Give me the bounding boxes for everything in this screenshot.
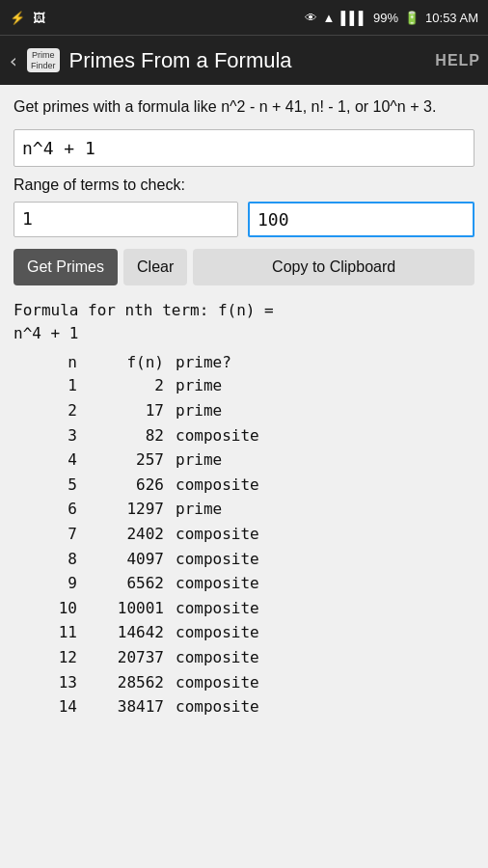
header-prime: prime? (168, 353, 474, 371)
table-row: 7 2402 composite (14, 522, 474, 547)
table-row: 12 20737 composite (14, 645, 474, 670)
cell-n: 9 (14, 571, 81, 596)
cell-prime: composite (168, 571, 474, 596)
cell-n: 14 (14, 694, 81, 719)
battery-icon: 🔋 (404, 11, 420, 25)
eye-icon: 👁 (305, 11, 317, 25)
cell-prime: composite (168, 620, 474, 645)
cell-prime: composite (168, 473, 474, 498)
table-row: 8 4097 composite (14, 547, 474, 572)
cell-n: 11 (14, 620, 81, 645)
cell-n: 2 (14, 398, 81, 423)
cell-n: 5 (14, 473, 81, 498)
help-button[interactable]: HELP (435, 52, 480, 69)
results-table: n f(n) prime? 1 2 prime 2 17 prime 3 82 … (14, 353, 474, 719)
table-row: 2 17 prime (14, 398, 474, 423)
range-to-input[interactable] (250, 203, 473, 235)
copy-clipboard-button[interactable]: Copy to Clipboard (193, 249, 474, 285)
cell-n: 10 (14, 596, 81, 621)
table-row: 4 257 prime (14, 448, 474, 473)
cell-prime: composite (168, 596, 474, 621)
table-row: 1 2 prime (14, 373, 474, 398)
table-row: 5 626 composite (14, 473, 474, 498)
cell-prime: composite (168, 670, 474, 695)
table-header: n f(n) prime? (14, 353, 474, 371)
cell-prime: composite (168, 423, 474, 448)
usb-icon: ⚡ (10, 11, 25, 25)
table-row: 6 1297 prime (14, 497, 474, 522)
cell-fn: 1297 (81, 497, 168, 522)
back-button[interactable]: ‹ (8, 51, 19, 70)
cell-prime: prime (168, 398, 474, 423)
range-inputs (14, 202, 474, 237)
signal-icon: ▌▌▌ (340, 11, 367, 25)
table-row: 14 38417 composite (14, 694, 474, 719)
table-row: 11 14642 composite (14, 620, 474, 645)
range-to-box (248, 202, 474, 237)
header-fn: f(n) (81, 353, 168, 371)
status-bar: ⚡ 🖼 👁 ▲ ▌▌▌ 99% 🔋 10:53 AM (0, 0, 488, 35)
time: 10:53 AM (425, 11, 478, 25)
cell-n: 13 (14, 670, 81, 695)
cell-n: 4 (14, 448, 81, 473)
main-content: Get primes with a formula like n^2 - n +… (0, 85, 488, 868)
cell-fn: 10001 (81, 596, 168, 621)
range-from-box (14, 202, 238, 237)
cell-fn: 626 (81, 473, 168, 498)
formula-input[interactable] (14, 130, 474, 166)
cell-fn: 14642 (81, 620, 168, 645)
cell-fn: 82 (81, 423, 168, 448)
image-icon: 🖼 (33, 11, 45, 25)
cell-fn: 28562 (81, 670, 168, 695)
table-row: 13 28562 composite (14, 670, 474, 695)
page-title: Primes From a Formula (69, 48, 436, 73)
cell-fn: 2402 (81, 522, 168, 547)
cell-n: 1 (14, 373, 81, 398)
buttons-row: Get Primes Clear Copy to Clipboard (14, 249, 474, 285)
cell-prime: prime (168, 497, 474, 522)
header-n: n (14, 353, 81, 371)
cell-n: 6 (14, 497, 81, 522)
table-row: 10 10001 composite (14, 596, 474, 621)
cell-n: 12 (14, 645, 81, 670)
cell-prime: prime (168, 448, 474, 473)
table-row: 3 82 composite (14, 423, 474, 448)
formula-display: Formula for nth term: f(n) =n^4 + 1 (14, 299, 474, 345)
cell-prime: prime (168, 373, 474, 398)
table-row: 9 6562 composite (14, 571, 474, 596)
app-logo: Prime Finder (27, 48, 60, 73)
formula-input-container (14, 129, 474, 167)
cell-prime: composite (168, 645, 474, 670)
back-chevron-icon: ‹ (8, 51, 19, 70)
cell-fn: 257 (81, 448, 168, 473)
cell-fn: 17 (81, 398, 168, 423)
status-left: ⚡ 🖼 (10, 11, 45, 25)
status-right: 👁 ▲ ▌▌▌ 99% 🔋 10:53 AM (305, 11, 478, 25)
description-text: Get primes with a formula like n^2 - n +… (14, 96, 474, 118)
cell-fn: 4097 (81, 547, 168, 572)
cell-n: 8 (14, 547, 81, 572)
cell-n: 7 (14, 522, 81, 547)
results-rows: 1 2 prime 2 17 prime 3 82 composite 4 25… (14, 373, 474, 719)
clear-button[interactable]: Clear (123, 249, 187, 285)
cell-fn: 2 (81, 373, 168, 398)
cell-prime: composite (168, 547, 474, 572)
cell-fn: 6562 (81, 571, 168, 596)
battery-percent: 99% (373, 11, 398, 25)
get-primes-button[interactable]: Get Primes (14, 249, 118, 285)
cell-prime: composite (168, 522, 474, 547)
cell-fn: 20737 (81, 645, 168, 670)
cell-prime: composite (168, 694, 474, 719)
cell-fn: 38417 (81, 694, 168, 719)
wifi-icon: ▲ (323, 11, 336, 25)
title-bar: ‹ Prime Finder Primes From a Formula HEL… (0, 35, 488, 85)
cell-n: 3 (14, 423, 81, 448)
range-from-input[interactable] (14, 203, 237, 234)
range-label: Range of terms to check: (14, 176, 474, 194)
